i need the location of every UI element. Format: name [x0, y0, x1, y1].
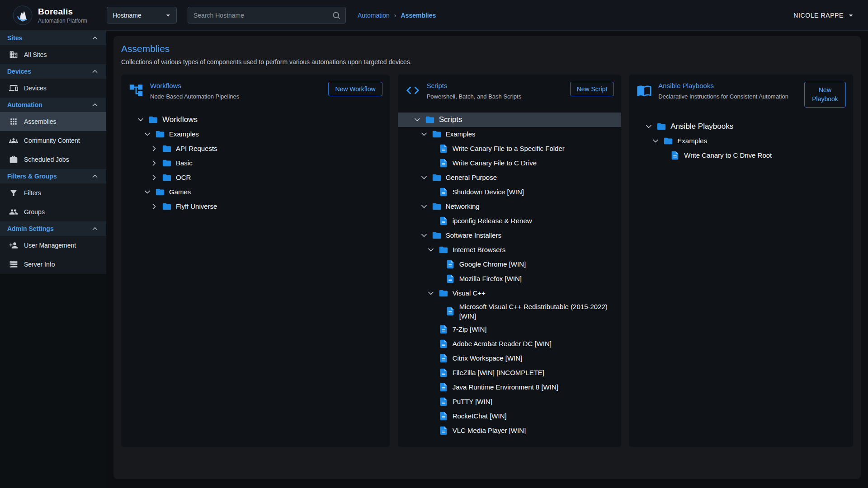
search-icon[interactable]: [332, 11, 341, 20]
sidebar-section-filters-groups[interactable]: Filters & Groups: [0, 169, 106, 183]
user-menu[interactable]: NICOLE RAPPE: [793, 11, 855, 20]
chevron-right-icon[interactable]: [148, 144, 160, 153]
chevron-down-icon[interactable]: [142, 188, 153, 197]
groups-icon: [9, 207, 18, 216]
chevron-down-icon[interactable]: [650, 136, 661, 145]
chevron-down-icon[interactable]: [418, 173, 430, 182]
tree-item-label: General Purpose: [446, 171, 497, 183]
tree-item-putty-win[interactable]: PuTTY [WIN]: [398, 394, 622, 409]
file-icon: [439, 158, 448, 168]
breadcrumb-automation[interactable]: Automation: [358, 12, 390, 19]
sidebar-section-sites[interactable]: Sites: [0, 31, 106, 45]
sidebar-item-label: Scheduled Jobs: [24, 156, 69, 163]
tree-item-label: VLC Media Player [WIN]: [453, 424, 526, 436]
brand-text: Borealis Automation Platform: [38, 7, 87, 24]
sidebar-section-automation[interactable]: Automation: [0, 98, 106, 112]
tree-item-internet-browsers[interactable]: Internet Browsers: [398, 243, 622, 257]
tree-item-ansible-playbooks[interactable]: Ansible Playbooks: [629, 119, 853, 134]
sidebar-section-devices[interactable]: Devices: [0, 64, 106, 79]
file-icon: [445, 274, 455, 284]
chevron-down-icon[interactable]: [425, 245, 437, 254]
sidebar-item-label: Groups: [24, 208, 45, 216]
sidebar-item-all-sites[interactable]: All Sites: [0, 45, 106, 64]
tree-item-citrix-workspace-win[interactable]: Citrix Workspace [WIN]: [398, 351, 622, 366]
chevron-right-icon[interactable]: [148, 173, 160, 182]
tree-item-write-canary-file-to-c-drive[interactable]: Write Canary File to C Drive: [398, 156, 622, 170]
caret-down-icon: [846, 11, 855, 20]
chevron-down-icon[interactable]: [411, 115, 423, 124]
chevron-down-icon[interactable]: [142, 130, 153, 139]
tree-item-flyff-universe[interactable]: Flyff Universe: [121, 199, 390, 214]
chevron-down-icon[interactable]: [425, 289, 437, 298]
book-icon: [637, 83, 652, 98]
tree-item-adobe-acrobat-reader-dc-win[interactable]: Adobe Acrobat Reader DC [WIN]: [398, 337, 622, 351]
tree-item-api-requests[interactable]: API Requests: [121, 141, 390, 156]
tree-item-games[interactable]: Games: [121, 185, 390, 199]
search-input[interactable]: [193, 12, 332, 19]
tree-item-rocketchat-win[interactable]: RocketChat [WIN]: [398, 409, 622, 423]
tree-item-ocr[interactable]: OCR: [121, 170, 390, 185]
new-script-button[interactable]: New Script: [570, 82, 614, 96]
sidebar-item-scheduled-jobs[interactable]: Scheduled Jobs: [0, 150, 106, 169]
sidebar-item-filters[interactable]: Filters: [0, 183, 106, 202]
new-playbook-button[interactable]: New Playbook: [804, 82, 846, 108]
chevron-right-icon[interactable]: [148, 159, 160, 168]
tree-item-label: Software Installers: [446, 229, 501, 241]
tree-item-7-zip-win[interactable]: 7-Zip [WIN]: [398, 322, 622, 337]
sidebar-item-community-content[interactable]: Community Content: [0, 131, 106, 150]
chevron-down-icon[interactable]: [418, 202, 430, 211]
breadcrumb-assemblies[interactable]: Assemblies: [401, 12, 436, 19]
tree-item-filezilla-win-incomplete[interactable]: FileZilla [WIN] [INCOMPLETE]: [398, 366, 622, 380]
tree-item-microsoft-visual-c-redistributable-2015-2022-win[interactable]: Microsoft Visual C++ Redistributable (20…: [398, 300, 622, 322]
tree-item-examples[interactable]: Examples: [398, 127, 622, 141]
tree-item-visual-c[interactable]: Visual C++: [398, 286, 622, 300]
playbooks-card: Ansible Playbooks Declarative Instructio…: [629, 75, 853, 447]
folder-icon: [162, 144, 172, 154]
sidebar-section-admin-settings[interactable]: Admin Settings: [0, 221, 106, 236]
tree-item-ipconfig-release-renew[interactable]: ipconfig Release & Renew: [398, 214, 622, 228]
chevron-down-icon[interactable]: [643, 122, 655, 131]
tree-item-examples[interactable]: Examples: [629, 134, 853, 148]
filters-icon: [9, 188, 18, 197]
tree-item-shutdown-device-win[interactable]: Shutdown Device [WIN]: [398, 185, 622, 199]
tree-item-software-installers[interactable]: Software Installers: [398, 228, 622, 243]
sidebar-item-server-info[interactable]: Server Info: [0, 255, 106, 274]
folder-icon: [663, 136, 673, 146]
tree-item-mozilla-firefox-win[interactable]: Mozilla Firefox [WIN]: [398, 272, 622, 286]
sidebar-item-user-management[interactable]: User Management: [0, 236, 106, 255]
new-workflow-button[interactable]: New Workflow: [328, 82, 382, 96]
workflows-card-titles: Workflows Node-Based Automation Pipeline…: [150, 82, 322, 101]
sidebar-section-label: Automation: [7, 101, 42, 108]
tree-item-write-canary-file-to-a-specific-folder[interactable]: Write Canary File to a Specific Folder: [398, 141, 622, 156]
tree-item-label: PuTTY [WIN]: [453, 395, 492, 408]
tree-item-scripts[interactable]: Scripts: [398, 113, 622, 127]
tree-item-java-runtime-environment-8-win[interactable]: Java Runtime Environment 8 [WIN]: [398, 380, 622, 394]
tree-item-label: Networking: [446, 200, 480, 212]
tree-item-examples[interactable]: Examples: [121, 127, 390, 141]
tree-item-networking[interactable]: Networking: [398, 199, 622, 214]
tree-item-label: Write Canary File to C Drive: [453, 157, 537, 169]
workflows-card-title: Workflows: [150, 82, 322, 89]
tree-item-general-purpose[interactable]: General Purpose: [398, 170, 622, 185]
chevron-right-icon[interactable]: [148, 202, 160, 211]
hostname-select[interactable]: Hostname: [107, 7, 177, 23]
sidebar-item-groups[interactable]: Groups: [0, 202, 106, 221]
chevron-up-icon: [91, 34, 99, 42]
chevron-down-icon[interactable]: [418, 231, 430, 240]
tree-item-vlc-media-player-win[interactable]: VLC Media Player [WIN]: [398, 423, 622, 438]
tree-item-basic[interactable]: Basic: [121, 156, 390, 170]
workflows-card-header: Workflows Node-Based Automation Pipeline…: [121, 82, 390, 101]
breadcrumb-separator: ›: [394, 12, 396, 19]
chevron-down-icon[interactable]: [135, 115, 146, 124]
tree-item-workflows[interactable]: Workflows: [121, 113, 390, 127]
folder-icon: [148, 115, 158, 125]
playbooks-card-title: Ansible Playbooks: [658, 82, 798, 89]
sidebar-item-assemblies[interactable]: Assemblies: [0, 112, 106, 131]
topbar: Borealis Automation Platform Hostname Au…: [0, 0, 868, 31]
sidebar-item-devices[interactable]: Devices: [0, 79, 106, 98]
file-icon: [439, 324, 448, 334]
chevron-down-icon[interactable]: [418, 130, 430, 139]
tree-item-write-canary-to-c-drive-root[interactable]: Write Canary to C Drive Root: [629, 148, 853, 163]
tree-item-label: API Requests: [176, 142, 217, 155]
tree-item-google-chrome-win[interactable]: Google Chrome [WIN]: [398, 257, 622, 272]
